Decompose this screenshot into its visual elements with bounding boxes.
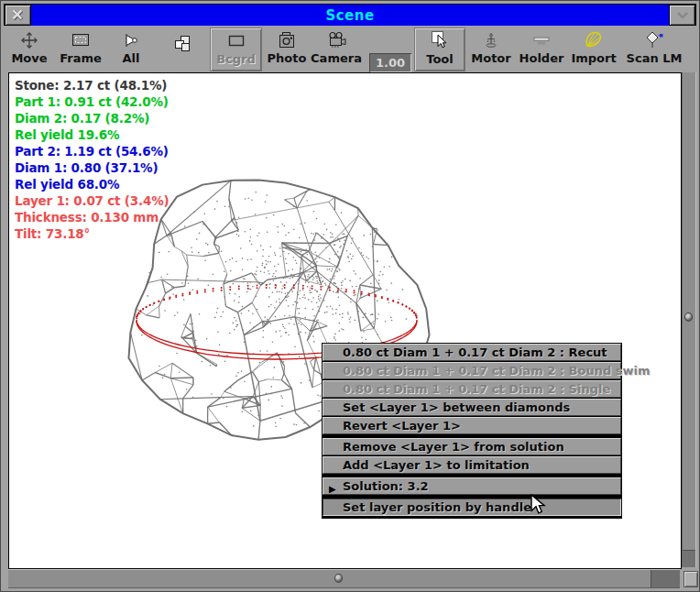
motor-label: Motor bbox=[471, 51, 510, 65]
info-part2: Part 2: 1.19 ct (54.6%) bbox=[15, 143, 169, 159]
info-layer1: Layer 1: 0.07 ct (3.4%) bbox=[15, 192, 169, 209]
menu-item-remove-from-solution[interactable]: Remove <Layer 1> from solution bbox=[323, 438, 621, 455]
cascade-icon bbox=[172, 31, 192, 53]
horizontal-end-block bbox=[651, 570, 680, 587]
background-icon bbox=[226, 28, 246, 50]
scan-lm-icon bbox=[643, 27, 665, 49]
all-button[interactable]: All bbox=[107, 27, 155, 70]
menu-item-single[interactable]: 0.80 ct Diam 1 + 0.17 ct Diam 2 : Single bbox=[323, 380, 621, 398]
move-button[interactable]: Move bbox=[5, 27, 53, 70]
menu-item-set-layer-position[interactable]: Set layer position by handle bbox=[323, 499, 621, 516]
movie-camera-icon bbox=[326, 27, 347, 49]
zoom-all-icon bbox=[121, 27, 141, 49]
frame-icon bbox=[71, 27, 91, 49]
horizontal-rotate-bar[interactable] bbox=[8, 569, 680, 588]
submenu-arrow-icon: ▶ bbox=[329, 481, 336, 498]
scan-lm-button[interactable]: Scan LM bbox=[626, 27, 683, 70]
zoom-value-box[interactable]: 1.00 bbox=[369, 53, 411, 72]
cascade-button[interactable] bbox=[159, 31, 206, 73]
photo-camera-icon bbox=[277, 27, 297, 49]
motor-button[interactable]: Motor bbox=[467, 27, 515, 70]
menu-item-solution[interactable]: ▶Solution: 3.2 bbox=[323, 477, 621, 495]
tool-label: Tool bbox=[426, 52, 453, 66]
all-label: All bbox=[123, 51, 140, 65]
scan-lm-label: Scan LM bbox=[627, 51, 683, 65]
context-menu: 0.80 ct Diam 1 + 0.17 ct Diam 2 : Recut … bbox=[322, 343, 622, 519]
tool-cursor-icon bbox=[430, 28, 450, 50]
collapse-button[interactable] bbox=[669, 5, 695, 26]
bcgrd-label: Bcgrd bbox=[216, 52, 256, 66]
info-relyield2: Rel yield 68.0% bbox=[15, 176, 169, 192]
move-label: Move bbox=[11, 51, 47, 65]
bcgrd-button[interactable]: Bcgrd bbox=[210, 27, 262, 71]
scrollbar-corner[interactable] bbox=[684, 571, 698, 587]
chevron-down-icon bbox=[676, 11, 689, 20]
info-thickness: Thickness: 0.130 mm bbox=[15, 209, 169, 225]
menu-item-add-to-limitation[interactable]: Add <Layer 1> to limitation bbox=[323, 456, 621, 474]
info-part1: Part 1: 0.91 ct (42.0%) bbox=[15, 93, 169, 110]
vertical-rotate-bar[interactable] bbox=[682, 72, 696, 567]
holder-icon bbox=[531, 27, 552, 49]
photo-label: Photo bbox=[268, 51, 307, 65]
vertical-knob[interactable] bbox=[684, 312, 693, 322]
menu-item-bound-swim[interactable]: 0.80 ct Diam 1 + 0.17 ct Diam 2 : Bound … bbox=[323, 362, 621, 379]
motor-icon bbox=[481, 27, 501, 49]
menu-item-set-between-diamonds[interactable]: Set <Layer 1> between diamonds bbox=[323, 399, 621, 416]
info-relyield1: Rel yield 19.6% bbox=[15, 126, 169, 143]
info-tilt: Tilt: 73.18° bbox=[15, 225, 169, 242]
measurement-panel: Stone: 2.17 ct (48.1%) Part 1: 0.91 ct (… bbox=[15, 77, 169, 242]
horizontal-knob[interactable] bbox=[334, 574, 343, 583]
window-title: Scene bbox=[5, 7, 695, 24]
vertical-end-block bbox=[683, 550, 695, 567]
menu-item-recut[interactable]: 0.80 ct Diam 1 + 0.17 ct Diam 2 : Recut bbox=[323, 344, 621, 361]
import-button[interactable]: Import bbox=[569, 27, 618, 70]
camera-label: Camera bbox=[311, 51, 362, 65]
photo-button[interactable]: Photo bbox=[263, 27, 311, 70]
holder-label: Holder bbox=[520, 51, 564, 65]
title-bar[interactable]: Scene bbox=[4, 4, 696, 27]
info-diam2: Diam 2: 0.17 (8.2%) bbox=[15, 110, 169, 126]
move-icon bbox=[19, 27, 39, 49]
info-stone: Stone: 2.17 ct (48.1%) bbox=[15, 77, 169, 93]
close-icon bbox=[12, 9, 24, 21]
toolbar: Move Frame All bbox=[1, 26, 699, 72]
menu-item-revert-layer[interactable]: Revert <Layer 1> bbox=[323, 417, 621, 434]
scene-window: Scene Move Frame bbox=[0, 0, 700, 592]
info-diam1: Diam 1: 0.80 (37.1%) bbox=[15, 159, 169, 176]
import-shell-icon bbox=[584, 27, 604, 49]
import-label: Import bbox=[571, 51, 616, 65]
close-button[interactable] bbox=[5, 5, 31, 26]
camera-button[interactable]: Camera bbox=[311, 27, 362, 70]
frame-label: Frame bbox=[60, 51, 102, 65]
tool-button[interactable]: Tool bbox=[414, 27, 465, 71]
frame-button[interactable]: Frame bbox=[57, 27, 104, 70]
holder-button[interactable]: Holder bbox=[516, 27, 567, 70]
